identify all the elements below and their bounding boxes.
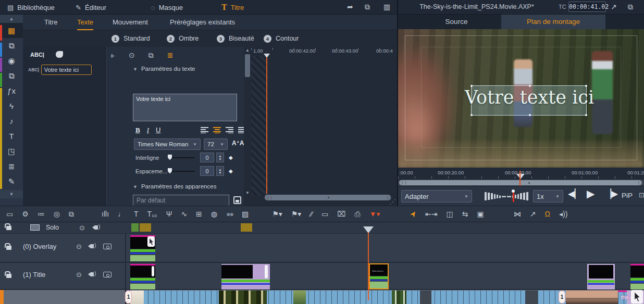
- customize-toolbar-icon[interactable]: ▭: [6, 210, 13, 218]
- crop-icon[interactable]: ⊡: [639, 191, 644, 199]
- keyframe-diamond-icon[interactable]: ◆: [229, 168, 233, 174]
- chapter-marker-1[interactable]: 1: [125, 290, 132, 303]
- olive-marker-2[interactable]: [241, 223, 252, 232]
- marker-list-icon[interactable]: ⚑▾: [291, 210, 302, 218]
- fullscreen-icon[interactable]: ↗: [611, 3, 617, 11]
- tab-titre[interactable]: T Titre: [221, 0, 244, 15]
- clip-thumb-tree-1[interactable]: [219, 290, 267, 304]
- sidebar-scroll-up[interactable]: ▲: [0, 15, 23, 23]
- keyframe-pin-icon[interactable]: ▼▾: [369, 210, 380, 218]
- tab-editeur[interactable]: ✎ Éditeur: [76, 0, 106, 15]
- projects-icon[interactable]: ⧉: [0, 38, 23, 53]
- step-standard[interactable]: 1 Standard: [112, 30, 150, 47]
- tab-bibliotheque[interactable]: ▤ Bibliothèque: [7, 0, 55, 15]
- clip-thumb-white[interactable]: [130, 290, 144, 304]
- speaker-all-icon[interactable]: [95, 225, 98, 230]
- shuttle-jog-control[interactable]: [484, 189, 529, 203]
- undock-icon[interactable]: ⧉: [628, 3, 633, 11]
- green-marker[interactable]: [131, 223, 139, 232]
- collections-icon[interactable]: ⧉: [0, 68, 23, 83]
- balance-icon[interactable]: ⋈: [514, 210, 521, 218]
- snapshot-icon[interactable]: ⎙: [354, 210, 360, 219]
- track-overlay-label[interactable]: (0) Overlay: [23, 243, 56, 250]
- track-cam-icon[interactable]: [103, 272, 112, 277]
- montage-icon[interactable]: ◳: [0, 144, 23, 159]
- track-eye-icon[interactable]: ⊙: [76, 243, 82, 250]
- font-family-select[interactable]: Times New Roman ▼: [134, 138, 201, 150]
- appearance-preset-input[interactable]: Par défaut: [133, 195, 229, 207]
- visibility-icon[interactable]: ⊙: [129, 51, 135, 60]
- video-preview[interactable]: Votre texte ici: [398, 29, 644, 168]
- step-ombre[interactable]: 2 Ombre: [167, 30, 199, 47]
- disc-icon[interactable]: ◎: [54, 210, 60, 218]
- copy-style-icon[interactable]: ⧉: [148, 51, 154, 60]
- edit-fullscreen-icon[interactable]: ▣: [477, 210, 484, 218]
- tab-titre-sub[interactable]: Titre: [44, 15, 58, 30]
- shape-tool-icon[interactable]: [56, 51, 63, 58]
- panel-resize-grip[interactable]: ⋰: [389, 198, 396, 206]
- track-av-row[interactable]: 1 1 the-sky: [0, 290, 644, 304]
- zoom-fit-select[interactable]: Adapter ▼: [401, 190, 472, 202]
- clip-thumb-sunset[interactable]: [566, 290, 618, 304]
- select-cursor-icon[interactable]: ➤: [407, 209, 419, 220]
- interligne-stepper[interactable]: ▲▼: [216, 153, 224, 162]
- audio-scrub-icon[interactable]: ◂)): [559, 210, 567, 218]
- timecode-field[interactable]: 00:00:41.02: [568, 2, 606, 12]
- scroll-up-arrow[interactable]: ▲: [244, 47, 251, 54]
- title-clip-2[interactable]: [221, 264, 270, 289]
- track-eye-icon[interactable]: ⊙: [76, 271, 82, 278]
- align-left-icon[interactable]: [201, 127, 208, 133]
- text-tool-icon[interactable]: ABC|: [30, 52, 44, 58]
- scroll-down-arrow[interactable]: ▼: [244, 189, 251, 196]
- title-clip-4[interactable]: [587, 264, 615, 289]
- italic-button[interactable]: I: [147, 126, 149, 134]
- audio-icon[interactable]: ♪: [0, 113, 23, 129]
- preview-timeline-ruler[interactable]: :00.00 00:00:20.00 00:00:40.00 00:01:00.…: [398, 168, 644, 180]
- multicam-icon[interactable]: ⊞: [196, 210, 202, 218]
- next-frame-button[interactable]: ▕▶: [604, 188, 618, 199]
- clip-thumb-tree-3[interactable]: [392, 290, 406, 304]
- clip-thumb-tree-2[interactable]: [293, 290, 306, 304]
- effects-icon[interactable]: ƒx: [0, 83, 23, 98]
- tab-plan-de-montage[interactable]: Plan de montage: [501, 15, 605, 29]
- props-scrollbar[interactable]: ▲ ▼: [244, 47, 251, 206]
- magnet-snap-icon[interactable]: Ω: [545, 210, 550, 218]
- text-list-icon[interactable]: ≣: [167, 51, 174, 60]
- delete-icon[interactable]: ⌧: [337, 210, 345, 218]
- mini-timeline-ruler[interactable]: 1.00 00:00:42.00 00:00:43.00 00:00:4: [251, 47, 397, 56]
- espacement-slider[interactable]: [168, 171, 195, 172]
- appearance-section-header[interactable]: ▼Paramètres des apparences: [133, 183, 216, 189]
- transitions-icon[interactable]: ϟ: [0, 98, 23, 113]
- title-mini-timeline[interactable]: 1.00 00:00:42.00 00:00:43.00 00:00:4 ❘❘❘…: [251, 47, 397, 206]
- volume-ramp-icon[interactable]: ↗: [530, 210, 536, 218]
- olive-marker[interactable]: [140, 223, 151, 232]
- interligne-value[interactable]: 0: [200, 153, 214, 162]
- clip-gap-2[interactable]: [525, 290, 538, 304]
- tab-mouvement[interactable]: Mouvement: [113, 15, 148, 30]
- track-overlay-row[interactable]: (0) Overlay ⊙: [0, 234, 644, 263]
- solo-label[interactable]: Solo: [46, 224, 59, 231]
- align-panel-icon[interactable]: ⫦: [111, 51, 115, 60]
- track-speaker-icon[interactable]: [91, 244, 94, 248]
- align-center-icon[interactable]: [213, 127, 221, 133]
- tab-source[interactable]: Source: [412, 15, 501, 29]
- subtitle-icon[interactable]: T₁₀: [147, 210, 157, 218]
- track-cam-icon[interactable]: [103, 244, 112, 249]
- espacement-stepper[interactable]: ▲▼: [216, 166, 224, 176]
- export-icon[interactable]: ⧉: [69, 210, 74, 219]
- roll-edit-icon[interactable]: ◫: [447, 210, 453, 218]
- frame-icon[interactable]: ▭: [321, 210, 328, 218]
- preview-hscrollbar[interactable]: ❘❘❘❘: [398, 180, 644, 186]
- prev-frame-button[interactable]: ◀▏: [568, 188, 581, 199]
- layers-icon[interactable]: ≣: [0, 159, 23, 174]
- title-selection-box[interactable]: Votre texte ici: [471, 85, 587, 116]
- trim-mode-icon[interactable]: ⇤⇥: [425, 210, 437, 218]
- tab-masque[interactable]: ◌ Masque: [151, 0, 183, 15]
- text-section-header[interactable]: ▼Paramètres du texte: [133, 66, 195, 72]
- play-button[interactable]: ▶: [587, 187, 595, 200]
- preview-playhead-handle[interactable]: [516, 174, 525, 179]
- track-title-label[interactable]: (1) Title: [23, 271, 45, 278]
- align-right-icon[interactable]: [226, 127, 233, 133]
- title-overlay-text[interactable]: Votre texte ici: [464, 87, 595, 108]
- title-clip-1[interactable]: [130, 264, 155, 289]
